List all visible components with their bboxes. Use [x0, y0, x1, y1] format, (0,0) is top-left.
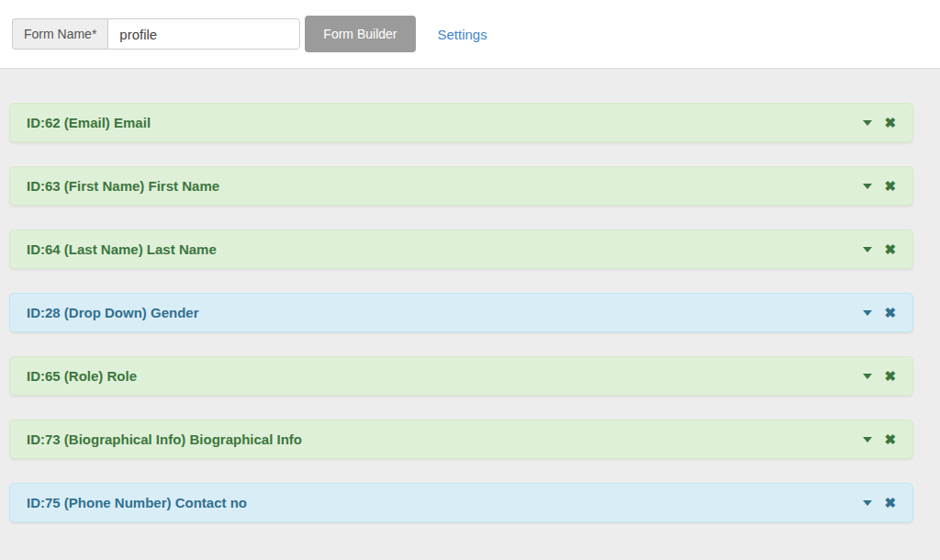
field-label: ID:75 (Phone Number) Contact no	[27, 495, 247, 510]
field-row[interactable]: ID:62 (Email) Email ✖	[9, 103, 913, 142]
remove-icon[interactable]: ✖	[884, 179, 896, 193]
caret-down-icon[interactable]	[863, 437, 872, 442]
toolbar: Form Name* Form Builder Settings	[0, 0, 940, 69]
row-actions: ✖	[863, 242, 896, 256]
remove-icon[interactable]: ✖	[884, 116, 896, 129]
form-name-input[interactable]	[107, 18, 300, 50]
field-label: ID:62 (Email) Email	[27, 115, 151, 130]
field-row[interactable]: ID:65 (Role) Role ✖	[9, 356, 913, 396]
remove-icon[interactable]: ✖	[884, 369, 896, 383]
field-row[interactable]: ID:75 (Phone Number) Contact no ✖	[9, 483, 913, 522]
remove-icon[interactable]: ✖	[884, 242, 896, 256]
form-name-label: Form Name*	[12, 18, 107, 50]
form-name-input-group: Form Name*	[12, 18, 300, 50]
row-actions: ✖	[863, 306, 896, 319]
field-row[interactable]: ID:73 (Biographical Info) Biographical I…	[9, 420, 913, 459]
field-row[interactable]: ID:63 (First Name) First Name ✖	[9, 166, 913, 206]
caret-down-icon[interactable]	[863, 374, 872, 379]
caret-down-icon[interactable]	[863, 247, 872, 252]
remove-icon[interactable]: ✖	[884, 496, 896, 510]
caret-down-icon[interactable]	[863, 120, 872, 126]
row-actions: ✖	[863, 369, 896, 383]
form-builder-button[interactable]: Form Builder	[305, 16, 415, 52]
field-label: ID:64 (Last Name) Last Name	[27, 241, 217, 257]
field-label: ID:73 (Biographical Info) Biographical I…	[27, 431, 302, 447]
row-actions: ✖	[863, 432, 896, 446]
remove-icon[interactable]: ✖	[884, 306, 896, 319]
field-row[interactable]: ID:64 (Last Name) Last Name ✖	[9, 230, 913, 269]
row-actions: ✖	[863, 496, 896, 510]
caret-down-icon[interactable]	[863, 500, 872, 506]
caret-down-icon[interactable]	[863, 310, 872, 316]
field-label: ID:63 (First Name) First Name	[27, 178, 219, 194]
field-row[interactable]: ID:28 (Drop Down) Gender ✖	[9, 293, 913, 332]
fields-list: ID:62 (Email) Email ✖ ID:63 (First Name)…	[0, 69, 940, 522]
field-label: ID:28 (Drop Down) Gender	[27, 305, 199, 320]
row-actions: ✖	[863, 116, 896, 129]
field-label: ID:65 (Role) Role	[27, 368, 137, 384]
row-actions: ✖	[863, 179, 896, 193]
settings-link[interactable]: Settings	[438, 27, 487, 42]
caret-down-icon[interactable]	[863, 184, 872, 189]
remove-icon[interactable]: ✖	[884, 432, 896, 446]
